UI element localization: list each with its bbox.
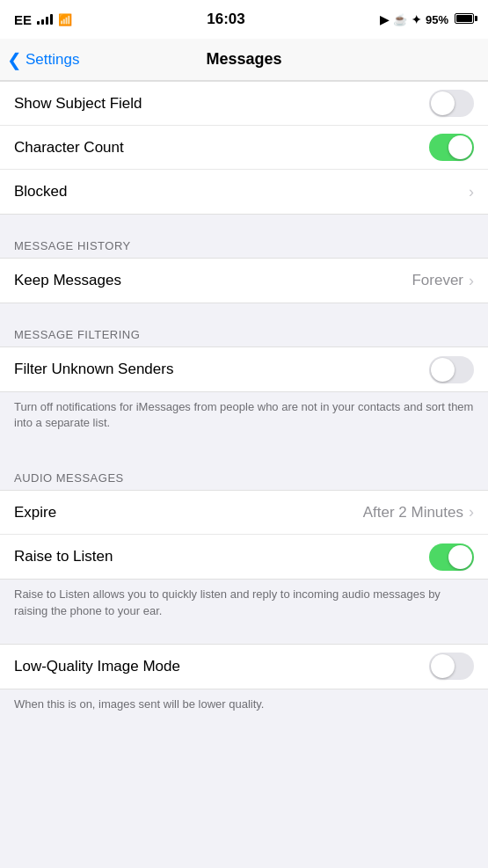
row-label-low-quality-image-mode: Low-Quality Image Mode [14, 658, 180, 675]
section-spacer [0, 215, 488, 223]
row-expire[interactable]: ExpireAfter 2 Minutes› [0, 491, 488, 535]
row-label-show-subject-field: Show Subject Field [14, 95, 142, 113]
section-card-sms-settings: Show Subject FieldCharacter CountBlocked… [0, 81, 488, 215]
toggle-low-quality-image-mode[interactable] [429, 653, 474, 680]
toggle-knob-low-quality-image-mode [431, 654, 455, 678]
section-card-message-history: Keep MessagesForever› [0, 258, 488, 303]
row-right-keep-messages: Forever› [412, 272, 474, 290]
signal-icon [37, 14, 53, 25]
section-card-image-quality: Low-Quality Image Mode [0, 644, 488, 689]
nav-bar: ❮ Settings Messages [0, 39, 488, 81]
section-header-audio-messages: AUDIO MESSAGES [0, 456, 488, 490]
row-filter-unknown-senders: Filter Unknown Senders [0, 347, 488, 391]
row-right-low-quality-image-mode [429, 653, 474, 680]
row-label-keep-messages: Keep Messages [14, 272, 121, 289]
disclosure-chevron-icon-blocked: › [469, 183, 474, 201]
row-character-count: Character Count [0, 126, 488, 170]
status-time: 16:03 [207, 11, 244, 28]
back-chevron-icon: ❮ [7, 49, 22, 70]
status-bar: EE 📶 16:03 ▶ ☕ ✦ 95% [0, 0, 488, 39]
row-right-expire: After 2 Minutes› [363, 503, 474, 522]
toggle-knob-character-count [448, 135, 472, 159]
back-button[interactable]: ❮ Settings [7, 49, 79, 70]
section-card-audio-messages: ExpireAfter 2 Minutes›Raise to Listen [0, 490, 488, 580]
row-label-blocked: Blocked [14, 183, 67, 201]
row-label-expire: Expire [14, 504, 56, 522]
row-label-filter-unknown-senders: Filter Unknown Senders [14, 361, 173, 378]
row-value-expire: After 2 Minutes [363, 504, 463, 522]
disclosure-chevron-icon-expire: › [469, 503, 474, 522]
battery-percent-label: 95% [426, 13, 448, 26]
section-footer-audio-messages: Raise to Listen allows you to quickly li… [0, 580, 488, 634]
toggle-character-count[interactable] [429, 134, 474, 161]
row-right-filter-unknown-senders [429, 356, 474, 383]
row-right-character-count [429, 134, 474, 161]
row-show-subject-field: Show Subject Field [0, 82, 488, 126]
toggle-knob-raise-to-listen [448, 545, 472, 569]
toggle-knob-filter-unknown-senders [431, 358, 455, 382]
row-right-blocked: › [469, 183, 474, 201]
wifi-icon: 📶 [58, 13, 72, 26]
section-spacer [0, 447, 488, 456]
toggle-raise-to-listen[interactable] [429, 543, 474, 571]
row-label-raise-to-listen: Raise to Listen [14, 548, 113, 565]
back-label: Settings [25, 51, 79, 69]
section-spacer [0, 303, 488, 312]
bluetooth-icon: ✦ [412, 13, 421, 26]
section-footer-message-filtering: Turn off notifications for iMessages fro… [0, 392, 488, 447]
status-right: ▶ ☕ ✦ 95% [380, 13, 474, 26]
alarm-icon: ☕ [393, 13, 407, 26]
section-footer-image-quality: When this is on, images sent will be low… [0, 689, 488, 728]
toggle-knob-show-subject-field [431, 91, 455, 115]
settings-content: Show Subject FieldCharacter CountBlocked… [0, 81, 488, 728]
row-label-character-count: Character Count [14, 139, 124, 157]
row-raise-to-listen: Raise to Listen [0, 535, 488, 579]
location-icon: ▶ [380, 13, 389, 26]
section-header-message-history: MESSAGE HISTORY [0, 223, 488, 258]
section-header-message-filtering: MESSAGE FILTERING [0, 312, 488, 346]
toggle-filter-unknown-senders[interactable] [429, 356, 474, 383]
carrier-label: EE [14, 12, 32, 27]
row-blocked[interactable]: Blocked› [0, 170, 488, 214]
row-right-raise-to-listen [429, 543, 474, 571]
section-spacer [0, 635, 488, 644]
row-right-show-subject-field [429, 90, 474, 117]
section-card-message-filtering: Filter Unknown Senders [0, 346, 488, 392]
row-keep-messages[interactable]: Keep MessagesForever› [0, 259, 488, 303]
battery-icon [453, 13, 474, 26]
disclosure-chevron-icon-keep-messages: › [469, 272, 474, 290]
status-left: EE 📶 [14, 12, 72, 27]
toggle-show-subject-field[interactable] [429, 90, 474, 117]
page-title: Messages [206, 50, 281, 69]
row-value-keep-messages: Forever [412, 272, 463, 289]
row-low-quality-image-mode: Low-Quality Image Mode [0, 645, 488, 689]
